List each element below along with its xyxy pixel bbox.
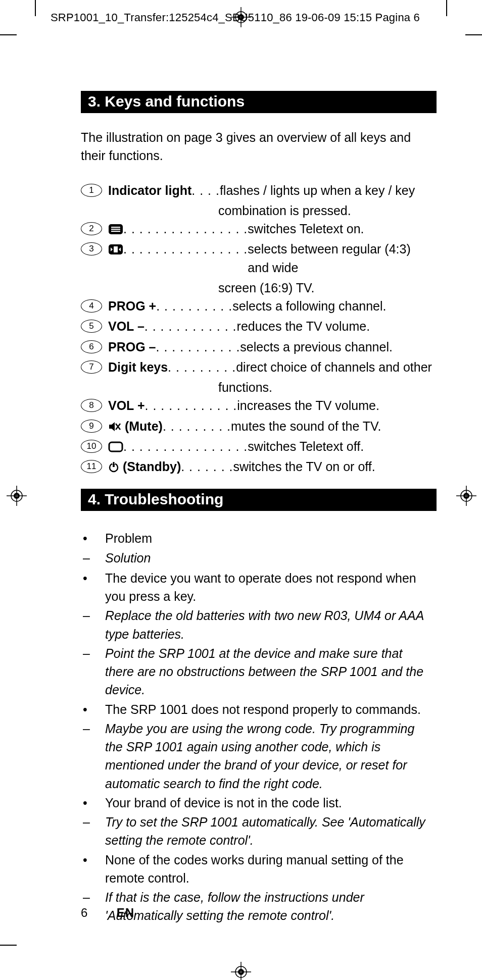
key-number-badge: 10	[81, 440, 102, 453]
key-description-continuation: combination is pressed.	[218, 201, 435, 220]
key-label: (Mute)	[108, 417, 163, 435]
troubleshooting-row: •Problem	[81, 529, 435, 547]
registration-mark-icon	[231, 962, 251, 980]
key-description: reduces the TV volume.	[237, 317, 435, 335]
key-description: direct choice of channels and other	[236, 358, 435, 376]
key-label	[108, 220, 123, 238]
key-description: mutes the sound of the TV.	[231, 417, 435, 435]
leader-dots: . . . . . . . . .	[163, 417, 231, 435]
content-area: 3. Keys and functions The illustration o…	[81, 91, 435, 926]
key-number-badge: 3	[81, 242, 102, 255]
key-number-badge: 11	[81, 460, 102, 473]
problem-text: Problem	[105, 529, 435, 547]
dash-icon: –	[81, 719, 105, 793]
leader-dots: . . . . . . . . . . . .	[145, 396, 237, 415]
svg-rect-25	[114, 246, 118, 252]
key-description: increases the TV volume.	[237, 396, 435, 415]
key-description-continuation: screen (16:9) TV.	[218, 279, 435, 297]
key-body: (Mute) . . . . . . . . . mutes the sound…	[102, 417, 435, 435]
key-row: 1Indicator light . . . . flashes / light…	[81, 181, 435, 199]
svg-rect-22	[111, 229, 120, 230]
crop-mark	[446, 0, 447, 16]
solution-text: If that is the case, follow the instruct…	[105, 888, 435, 925]
dash-icon: –	[81, 549, 105, 567]
crop-mark	[0, 945, 17, 946]
problem-text: The device you want to operate does not …	[105, 569, 435, 606]
key-number-badge: 8	[81, 399, 102, 412]
problem-text: The SRP 1001 does not respond properly t…	[105, 700, 435, 718]
key-number-badge: 6	[81, 340, 102, 353]
key-body: VOL + . . . . . . . . . . . . increases …	[102, 396, 435, 415]
dash-icon: –	[81, 644, 105, 699]
key-label: VOL +	[108, 396, 145, 415]
troubleshooting-row: –Point the SRP 1001 at the device and ma…	[81, 644, 435, 699]
key-row: 10 . . . . . . . . . . . . . . . . switc…	[81, 437, 435, 455]
print-slug: SRP1001_10_Transfer:125254c4_SBU5110_86 …	[51, 11, 420, 24]
key-body: . . . . . . . . . . . . . . . . switches…	[102, 437, 435, 455]
svg-rect-21	[111, 227, 120, 228]
key-body: VOL – . . . . . . . . . . . . reduces th…	[102, 317, 435, 335]
key-number-badge: 4	[81, 299, 102, 313]
key-label: VOL –	[108, 317, 144, 335]
leader-dots: . . . .	[191, 181, 220, 199]
key-number-badge: 9	[81, 420, 102, 433]
solution-text: Solution	[105, 549, 435, 567]
key-label: PROG –	[108, 338, 156, 356]
troubleshooting-list: •Problem–Solution •The device you want t…	[81, 529, 435, 924]
key-label: Digit keys	[108, 358, 168, 376]
bullet-icon: •	[81, 794, 105, 812]
key-label	[108, 437, 123, 455]
bullet-icon: •	[81, 569, 105, 606]
key-number-badge: 5	[81, 320, 102, 333]
key-body: (Standby) . . . . . . . switches the TV …	[102, 457, 435, 476]
dash-icon: –	[81, 813, 105, 850]
key-label: Indicator light	[108, 181, 191, 199]
leader-dots: . . . . . . . . . . . . . . . .	[123, 240, 248, 277]
leader-dots: . . . . . . .	[181, 457, 233, 476]
key-row: 8VOL + . . . . . . . . . . . . increases…	[81, 396, 435, 415]
key-description: flashes / lights up when a key / key	[220, 181, 435, 199]
key-row: 6PROG –. . . . . . . . . . . selects a p…	[81, 338, 435, 356]
svg-rect-23	[111, 231, 120, 232]
key-row: 9 (Mute) . . . . . . . . . mutes the sou…	[81, 417, 435, 435]
solution-text: Replace the old batteries with two new R…	[105, 606, 435, 643]
keys-list: 1Indicator light . . . . flashes / light…	[81, 181, 435, 476]
troubleshooting-row: •None of the codes works during manual s…	[81, 851, 435, 888]
troubleshooting-row: –Replace the old batteries with two new …	[81, 606, 435, 643]
svg-rect-31	[109, 442, 122, 451]
bullet-icon: •	[81, 851, 105, 888]
troubleshooting-row: –Try to set the SRP 1001 automatically. …	[81, 813, 435, 850]
key-body: . . . . . . . . . . . . . . . . selects …	[102, 240, 435, 277]
dash-icon: –	[81, 606, 105, 643]
key-description: selects a previous channel.	[240, 338, 435, 356]
key-row: 4PROG + . . . . . . . . . . selects a fo…	[81, 297, 435, 315]
key-number-badge: 7	[81, 360, 102, 374]
troubleshooting-row: –Maybe you are using the wrong code. Try…	[81, 719, 435, 793]
page: SRP1001_10_Transfer:125254c4_SBU5110_86 …	[0, 0, 482, 980]
key-description: selects a following channel.	[232, 297, 435, 315]
key-description: switches Teletext on.	[248, 220, 435, 238]
leader-dots: . . . . . . . . .	[168, 358, 236, 376]
key-label: PROG +	[108, 297, 156, 315]
page-number: 6	[81, 906, 113, 920]
key-body: . . . . . . . . . . . . . . . . switches…	[102, 220, 435, 238]
troubleshooting-row: –Solution	[81, 549, 435, 567]
troubleshooting-row: •The device you want to operate does not…	[81, 569, 435, 606]
key-body: Digit keys . . . . . . . . . direct choi…	[102, 358, 435, 376]
leader-dots: . . . . . . . . . . . .	[144, 317, 237, 335]
section-4-heading: 4. Troubleshooting	[81, 489, 437, 511]
page-footer: 6 EN	[81, 906, 134, 920]
key-number-badge: 1	[81, 184, 102, 197]
bullet-icon: •	[81, 700, 105, 718]
problem-text: Your brand of device is not in the code …	[105, 794, 435, 812]
key-description: switches Teletext off.	[248, 437, 435, 455]
problem-text: None of the codes works during manual se…	[105, 851, 435, 888]
leader-dots: . . . . . . . . . . .	[156, 338, 240, 356]
registration-mark-icon	[7, 486, 27, 506]
section-3-heading: 3. Keys and functions	[81, 91, 437, 113]
crop-mark	[465, 34, 482, 35]
key-description-continuation: functions.	[218, 378, 435, 396]
svg-marker-28	[109, 422, 115, 431]
key-label	[108, 240, 123, 277]
key-row: 7Digit keys . . . . . . . . . direct cho…	[81, 358, 435, 376]
